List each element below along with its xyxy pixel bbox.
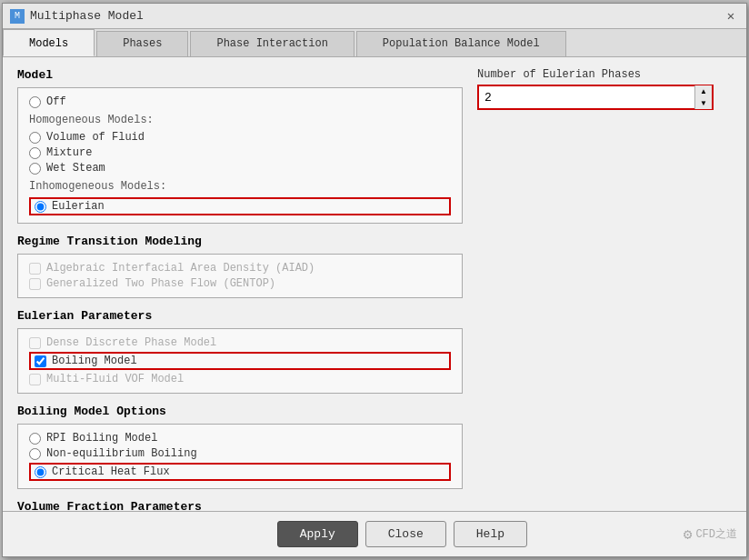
- regime-gentop-item: Generalized Two Phase Flow (GENTOP): [29, 277, 451, 290]
- main-content: Model Off Homogeneous Models: Volume of …: [3, 57, 746, 511]
- non-equilibrium-label: Non-equilibrium Boiling: [46, 447, 197, 460]
- model-wetsteam-radio[interactable]: [29, 163, 41, 175]
- boiling-options-group: RPI Boiling Model Non-equilibrium Boilin…: [29, 432, 451, 481]
- rpi-boiling-radio[interactable]: [29, 433, 41, 445]
- model-volume-label: Volume of Fluid: [46, 131, 145, 144]
- non-equilibrium-item: Non-equilibrium Boiling: [29, 447, 451, 460]
- tab-phase-interaction[interactable]: Phase Interaction: [190, 31, 354, 56]
- model-off-radio[interactable]: [29, 96, 41, 108]
- boiling-model-item: Boiling Model: [29, 352, 451, 370]
- watermark-icon: ⚙: [684, 525, 693, 544]
- close-window-button[interactable]: ✕: [723, 8, 739, 25]
- boiling-options-box: RPI Boiling Model Non-equilibrium Boilin…: [17, 424, 463, 489]
- watermark-text: CFD之道: [695, 526, 737, 542]
- boiling-model-label: Boiling Model: [52, 355, 137, 367]
- regime-section: Regime Transition Modeling Algebraic Int…: [17, 235, 463, 298]
- footer: Apply Close Help ⚙ CFD之道: [3, 511, 746, 556]
- main-window: M Multiphase Model ✕ Models Phases Phase…: [2, 3, 747, 557]
- tab-models[interactable]: Models: [3, 29, 95, 56]
- eulerian-params-label: Eulerian Parameters: [17, 309, 463, 323]
- eulerian-phases-input[interactable]: [479, 89, 694, 106]
- spin-down-button[interactable]: ▼: [695, 97, 712, 109]
- model-wetsteam-item: Wet Steam: [29, 162, 451, 175]
- regime-aiad-label: Algebraic Interfacial Area Density (AIAD…: [46, 262, 315, 275]
- boiling-options-label: Boiling Model Options: [17, 405, 463, 418]
- rpi-boiling-label: RPI Boiling Model: [46, 432, 157, 445]
- boiling-options-section: Boiling Model Options RPI Boiling Model …: [17, 405, 463, 489]
- regime-box: Algebraic Interfacial Area Density (AIAD…: [17, 254, 463, 298]
- dense-phase-label: Dense Discrete Phase Model: [46, 336, 216, 349]
- regime-gentop-label: Generalized Two Phase Flow (GENTOP): [46, 277, 275, 290]
- dense-phase-checkbox[interactable]: [29, 337, 41, 349]
- footer-buttons: Apply Close Help: [121, 521, 684, 547]
- model-off-label: Off: [46, 95, 66, 108]
- titlebar: M Multiphase Model ✕: [3, 4, 746, 29]
- model-mixture-item: Mixture: [29, 146, 451, 159]
- tab-population-balance[interactable]: Population Balance Model: [356, 31, 566, 56]
- close-button[interactable]: Close: [365, 521, 446, 547]
- model-eulerian-label: Eulerian: [52, 200, 105, 213]
- dense-phase-item: Dense Discrete Phase Model: [29, 336, 451, 349]
- spin-buttons: ▲ ▼: [694, 85, 712, 109]
- watermark: ⚙ CFD之道: [684, 525, 737, 544]
- window-title: Multiphase Model: [30, 9, 144, 23]
- eulerian-params-group: Dense Discrete Phase Model Boiling Model…: [29, 336, 451, 385]
- model-volume-radio[interactable]: [29, 132, 41, 144]
- right-panel: Number of Eulerian Phases ▲ ▼: [477, 68, 732, 500]
- left-panel: Model Off Homogeneous Models: Volume of …: [17, 68, 463, 500]
- model-off-item: Off: [29, 95, 451, 108]
- model-volume-item: Volume of Fluid: [29, 131, 451, 144]
- eulerian-phases-input-box: ▲ ▼: [477, 85, 714, 110]
- model-wetsteam-label: Wet Steam: [46, 162, 105, 175]
- model-mixture-radio[interactable]: [29, 147, 41, 159]
- model-radio-group: Off Homogeneous Models: Volume of Fluid …: [29, 95, 451, 215]
- inhomogeneous-label: Inhomogeneous Models:: [29, 180, 451, 193]
- regime-check-group: Algebraic Interfacial Area Density (AIAD…: [29, 262, 451, 290]
- non-equilibrium-radio[interactable]: [29, 448, 41, 460]
- regime-gentop-checkbox[interactable]: [29, 278, 41, 290]
- model-section: Model Off Homogeneous Models: Volume of …: [17, 68, 463, 224]
- multi-fluid-checkbox[interactable]: [29, 374, 41, 385]
- regime-aiad-item: Algebraic Interfacial Area Density (AIAD…: [29, 262, 451, 275]
- volume-fraction-section: Volume Fraction Parameters Formulation E…: [17, 500, 463, 511]
- tab-bar: Models Phases Phase Interaction Populati…: [3, 29, 746, 57]
- critical-heat-item: Critical Heat Flux: [29, 463, 451, 481]
- model-mixture-label: Mixture: [46, 146, 92, 159]
- homogeneous-label: Homogeneous Models:: [29, 114, 451, 126]
- critical-heat-radio[interactable]: [35, 466, 46, 478]
- multi-fluid-item: Multi-Fluid VOF Model: [29, 373, 451, 385]
- multi-fluid-label: Multi-Fluid VOF Model: [46, 373, 184, 385]
- help-button[interactable]: Help: [454, 521, 527, 547]
- spin-up-button[interactable]: ▲: [695, 85, 712, 97]
- apply-button[interactable]: Apply: [277, 521, 358, 547]
- tab-phases[interactable]: Phases: [96, 31, 188, 56]
- boiling-model-checkbox[interactable]: [35, 355, 46, 367]
- eulerian-params-box: Dense Discrete Phase Model Boiling Model…: [17, 328, 463, 394]
- eulerian-phases-label: Number of Eulerian Phases: [477, 68, 732, 81]
- rpi-boiling-item: RPI Boiling Model: [29, 432, 451, 445]
- model-eulerian-item: Eulerian: [29, 197, 451, 215]
- eulerian-params-section: Eulerian Parameters Dense Discrete Phase…: [17, 309, 463, 394]
- regime-aiad-checkbox[interactable]: [29, 263, 41, 275]
- critical-heat-label: Critical Heat Flux: [52, 465, 170, 478]
- model-section-label: Model: [17, 68, 463, 82]
- regime-section-label: Regime Transition Modeling: [17, 235, 463, 248]
- model-box: Off Homogeneous Models: Volume of Fluid …: [17, 87, 463, 224]
- volume-fraction-label: Volume Fraction Parameters: [17, 500, 463, 511]
- app-icon: M: [10, 9, 25, 24]
- model-eulerian-radio[interactable]: [35, 201, 46, 213]
